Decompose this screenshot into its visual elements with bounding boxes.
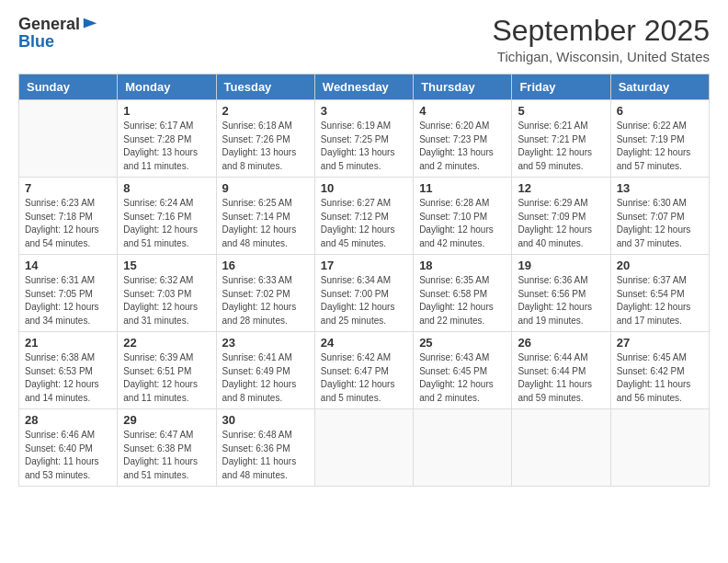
- location-subtitle: Tichigan, Wisconsin, United States: [492, 49, 710, 64]
- day-info: Sunrise: 6:39 AMSunset: 6:51 PMDaylight:…: [123, 351, 210, 405]
- table-row: 26Sunrise: 6:44 AMSunset: 6:44 PMDayligh…: [512, 332, 610, 409]
- sunrise-text: Sunrise: 6:21 AM: [518, 121, 587, 131]
- day-info: Sunrise: 6:46 AMSunset: 6:40 PMDaylight:…: [25, 429, 111, 482]
- daylight-text: Daylight: 11 hours and 48 minutes.: [222, 456, 297, 480]
- logo-blue-text: Blue: [18, 32, 54, 52]
- day-info: Sunrise: 6:25 AMSunset: 7:14 PMDaylight:…: [222, 197, 309, 250]
- day-number: 26: [518, 336, 604, 350]
- sunrise-text: Sunrise: 6:29 AM: [518, 198, 587, 208]
- col-monday: Monday: [118, 75, 216, 100]
- daylight-text: Daylight: 12 hours and 25 minutes.: [321, 302, 395, 326]
- sunrise-text: Sunrise: 6:20 AM: [419, 121, 489, 131]
- table-row: 29Sunrise: 6:47 AMSunset: 6:38 PMDayligh…: [118, 409, 216, 487]
- day-info: Sunrise: 6:24 AMSunset: 7:16 PMDaylight:…: [123, 197, 210, 250]
- table-row: 22Sunrise: 6:39 AMSunset: 6:51 PMDayligh…: [118, 332, 216, 409]
- day-info: Sunrise: 6:30 AMSunset: 7:07 PMDaylight:…: [617, 197, 703, 250]
- day-info: Sunrise: 6:29 AMSunset: 7:09 PMDaylight:…: [518, 197, 604, 250]
- sunset-text: Sunset: 7:25 PM: [321, 134, 389, 144]
- col-saturday: Saturday: [610, 75, 709, 100]
- day-info: Sunrise: 6:34 AMSunset: 7:00 PMDaylight:…: [321, 274, 407, 327]
- daylight-text: Daylight: 13 hours and 8 minutes.: [222, 147, 297, 171]
- sunrise-text: Sunrise: 6:22 AM: [617, 121, 687, 131]
- table-row: 23Sunrise: 6:41 AMSunset: 6:49 PMDayligh…: [216, 332, 314, 409]
- daylight-text: Daylight: 12 hours and 59 minutes.: [518, 147, 592, 171]
- day-info: Sunrise: 6:32 AMSunset: 7:03 PMDaylight:…: [123, 274, 210, 327]
- table-row: 16Sunrise: 6:33 AMSunset: 7:02 PMDayligh…: [216, 255, 314, 332]
- sunset-text: Sunset: 7:26 PM: [222, 134, 290, 144]
- day-number: 5: [518, 104, 604, 118]
- col-tuesday: Tuesday: [216, 75, 314, 100]
- table-row: [314, 409, 413, 487]
- table-row: [512, 409, 610, 487]
- sunrise-text: Sunrise: 6:36 AM: [518, 275, 587, 285]
- sunset-text: Sunset: 6:42 PM: [617, 366, 685, 376]
- sunset-text: Sunset: 7:21 PM: [518, 134, 586, 144]
- table-row: 12Sunrise: 6:29 AMSunset: 7:09 PMDayligh…: [512, 178, 610, 255]
- sunrise-text: Sunrise: 6:18 AM: [222, 121, 292, 131]
- col-friday: Friday: [512, 75, 610, 100]
- day-info: Sunrise: 6:22 AMSunset: 7:19 PMDaylight:…: [617, 120, 703, 173]
- day-number: 18: [419, 259, 506, 272]
- sunset-text: Sunset: 7:19 PM: [617, 134, 685, 144]
- header: General Blue September 2025 Tichigan, Wi…: [18, 15, 710, 64]
- day-info: Sunrise: 6:37 AMSunset: 6:54 PMDaylight:…: [617, 274, 703, 327]
- day-info: Sunrise: 6:41 AMSunset: 6:49 PMDaylight:…: [222, 351, 309, 405]
- calendar-week-row: 7Sunrise: 6:23 AMSunset: 7:18 PMDaylight…: [19, 178, 710, 255]
- daylight-text: Daylight: 13 hours and 2 minutes.: [419, 147, 494, 171]
- daylight-text: Daylight: 12 hours and 14 minutes.: [25, 379, 99, 403]
- day-number: 29: [123, 413, 210, 427]
- day-number: 20: [617, 259, 703, 272]
- day-info: Sunrise: 6:38 AMSunset: 6:53 PMDaylight:…: [25, 351, 111, 405]
- table-row: 11Sunrise: 6:28 AMSunset: 7:10 PMDayligh…: [414, 178, 512, 255]
- sunset-text: Sunset: 7:03 PM: [123, 289, 191, 299]
- table-row: 3Sunrise: 6:19 AMSunset: 7:25 PMDaylight…: [314, 100, 413, 178]
- daylight-text: Daylight: 12 hours and 48 minutes.: [222, 224, 297, 248]
- sunrise-text: Sunrise: 6:17 AM: [123, 121, 193, 131]
- table-row: [19, 100, 118, 178]
- sunset-text: Sunset: 6:44 PM: [518, 366, 586, 376]
- daylight-text: Daylight: 13 hours and 5 minutes.: [321, 147, 395, 171]
- table-row: 18Sunrise: 6:35 AMSunset: 6:58 PMDayligh…: [414, 255, 512, 332]
- table-row: 6Sunrise: 6:22 AMSunset: 7:19 PMDaylight…: [610, 100, 709, 178]
- day-info: Sunrise: 6:18 AMSunset: 7:26 PMDaylight:…: [222, 120, 309, 173]
- svg-marker-0: [84, 18, 97, 29]
- sunrise-text: Sunrise: 6:25 AM: [222, 198, 292, 208]
- page: General Blue September 2025 Tichigan, Wi…: [0, 0, 728, 563]
- day-number: 4: [419, 104, 506, 118]
- logo-general-text: General: [18, 15, 80, 34]
- sunrise-text: Sunrise: 6:38 AM: [25, 352, 95, 362]
- sunrise-text: Sunrise: 6:46 AM: [25, 430, 95, 440]
- sunset-text: Sunset: 7:14 PM: [222, 212, 290, 222]
- sunrise-text: Sunrise: 6:43 AM: [419, 352, 489, 362]
- sunset-text: Sunset: 7:12 PM: [321, 212, 389, 222]
- sunrise-text: Sunrise: 6:42 AM: [321, 352, 391, 362]
- table-row: 21Sunrise: 6:38 AMSunset: 6:53 PMDayligh…: [19, 332, 118, 409]
- table-row: 19Sunrise: 6:36 AMSunset: 6:56 PMDayligh…: [512, 255, 610, 332]
- day-number: 23: [222, 336, 309, 350]
- sunrise-text: Sunrise: 6:48 AM: [222, 430, 292, 440]
- sunrise-text: Sunrise: 6:35 AM: [419, 275, 489, 285]
- table-row: 27Sunrise: 6:45 AMSunset: 6:42 PMDayligh…: [610, 332, 709, 409]
- daylight-text: Daylight: 12 hours and 40 minutes.: [518, 224, 592, 248]
- day-number: 22: [123, 336, 210, 350]
- daylight-text: Daylight: 12 hours and 51 minutes.: [123, 224, 198, 248]
- calendar-table: Sunday Monday Tuesday Wednesday Thursday…: [18, 74, 710, 487]
- day-info: Sunrise: 6:21 AMSunset: 7:21 PMDaylight:…: [518, 120, 604, 173]
- day-info: Sunrise: 6:17 AMSunset: 7:28 PMDaylight:…: [123, 120, 210, 173]
- day-number: 10: [321, 181, 407, 195]
- table-row: 20Sunrise: 6:37 AMSunset: 6:54 PMDayligh…: [610, 255, 709, 332]
- sunrise-text: Sunrise: 6:28 AM: [419, 198, 489, 208]
- day-number: 11: [419, 181, 506, 195]
- table-row: 2Sunrise: 6:18 AMSunset: 7:26 PMDaylight…: [216, 100, 314, 178]
- table-row: 9Sunrise: 6:25 AMSunset: 7:14 PMDaylight…: [216, 178, 314, 255]
- day-number: 25: [419, 336, 506, 350]
- sunset-text: Sunset: 6:49 PM: [222, 366, 290, 376]
- title-block: September 2025 Tichigan, Wisconsin, Unit…: [492, 15, 710, 64]
- table-row: 14Sunrise: 6:31 AMSunset: 7:05 PMDayligh…: [19, 255, 118, 332]
- day-info: Sunrise: 6:31 AMSunset: 7:05 PMDaylight:…: [25, 274, 111, 327]
- logo: General Blue: [18, 15, 98, 52]
- sunset-text: Sunset: 6:45 PM: [419, 366, 487, 376]
- table-row: 4Sunrise: 6:20 AMSunset: 7:23 PMDaylight…: [414, 100, 512, 178]
- sunrise-text: Sunrise: 6:44 AM: [518, 352, 587, 362]
- daylight-text: Daylight: 12 hours and 54 minutes.: [25, 224, 99, 248]
